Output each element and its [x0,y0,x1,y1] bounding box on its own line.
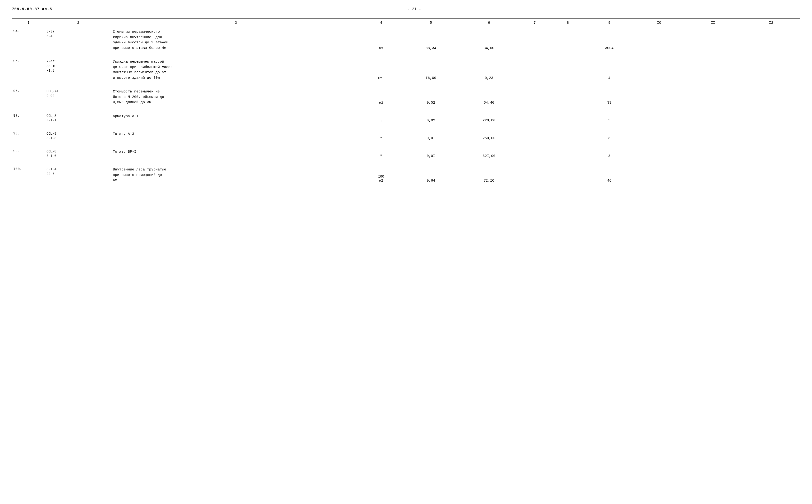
row-col8 [551,165,584,185]
row-col12 [742,147,800,160]
row-col10 [634,165,684,185]
col3-header: 3 [111,19,360,27]
row-unit: т [360,111,402,124]
row-col8 [551,57,584,82]
doc-number: 709-9-80.87 ал.5 [12,7,52,11]
row-unit: шт. [360,57,402,82]
row-description: То же, А-3 [111,129,360,142]
data-table: I 2 3 4 5 6 7 8 9 IO II I2 94. 8-37 5-4 … [12,18,800,185]
row-col7 [518,27,551,52]
col2-header: 2 [45,19,111,27]
row-col9: 5 [584,111,634,124]
table-row: 97. ССЦ-8 3-I-I Арматура А-I т 0,02 229,… [12,111,800,124]
row-col9: 3 [584,147,634,160]
row-col7 [518,57,551,82]
row-description: Укладка перемычек массой до 0,3т при наи… [111,57,360,82]
row-code: 8-I94 22-6 [45,165,111,185]
row-col10 [634,57,684,82]
row-col5: 0,0I [402,129,460,142]
row-col6: 32I,00 [460,147,518,160]
row-code: ССЦ-74 9-92 [45,87,111,107]
row-col6: 250,00 [460,129,518,142]
table-row: 98. ССЦ-8 3-I-3 То же, А-3 " 0,0I 250,00… [12,129,800,142]
row-code: ССЦ-8 3-I-6 [45,147,111,160]
row-col7 [518,147,551,160]
row-col10 [634,129,684,142]
row-col7 [518,111,551,124]
row-col5: 0,52 [402,87,460,107]
row-col11 [684,165,742,185]
table-row: 99. ССЦ-8 3-I-6 То же, BP-I " 0,0I 32I,0… [12,147,800,160]
col9-header: 9 [584,19,634,27]
row-code: 8-37 5-4 [45,27,111,52]
row-col11 [684,129,742,142]
row-number: 96. [12,87,45,107]
table-row: 94. 8-37 5-4 Стены из керамического кирп… [12,27,800,52]
row-col6: 34,00 [460,27,518,52]
row-unit: I00 м2 [360,165,402,185]
table-row: I00. 8-I94 22-6 Внутренние леса трубчаты… [12,165,800,185]
row-number: 98. [12,129,45,142]
row-col8 [551,27,584,52]
row-number: I00. [12,165,45,185]
col4-header: 4 [360,19,402,27]
row-col5: 0,0I [402,147,460,160]
row-description: Стены из керамического кирпича внутренни… [111,27,360,52]
row-col12 [742,57,800,82]
row-col10 [634,87,684,107]
col12-header: I2 [742,19,800,27]
col6-header: 6 [460,19,518,27]
row-col6: 64,40 [460,87,518,107]
row-description: Арматура А-I [111,111,360,124]
row-unit: м3 [360,87,402,107]
row-unit-line2: м2 [379,179,383,183]
col8-header: 8 [551,19,584,27]
row-col10 [634,147,684,160]
row-col11 [684,147,742,160]
col1-header: I [12,19,45,27]
row-col10 [634,27,684,52]
row-col12 [742,129,800,142]
row-col11 [684,27,742,52]
main-table-container: I 2 3 4 5 6 7 8 9 IO II I2 94. 8-37 5-4 … [12,18,800,185]
page-number: - 2I - [52,7,753,11]
col5-header: 5 [402,19,460,27]
table-row: 96. ССЦ-74 9-92 Стоимость перемычек из б… [12,87,800,107]
row-col7 [518,165,551,185]
row-col6: 7I,IO [460,165,518,185]
row-unit: м3 [360,27,402,52]
row-col9: 3004 [584,27,634,52]
row-number: 97. [12,111,45,124]
row-col10 [634,111,684,124]
row-code: 7-445 38-IO- -I,8 [45,57,111,82]
row-col6: 0,23 [460,57,518,82]
row-col8 [551,87,584,107]
row-col9: 46 [584,165,634,185]
row-col8 [551,111,584,124]
row-col8 [551,147,584,160]
row-col9: 4 [584,57,634,82]
table-row: 95. 7-445 38-IO- -I,8 Укладка перемычек … [12,57,800,82]
row-col8 [551,129,584,142]
row-col5: 0,02 [402,111,460,124]
row-number: 99. [12,147,45,160]
row-col9: 3 [584,129,634,142]
row-code: ССЦ-8 3-I-I [45,111,111,124]
col10-header: IO [634,19,684,27]
row-description: Стоимость перемычек из бетона М-200, объ… [111,87,360,107]
row-col11 [684,111,742,124]
row-number: 94. [12,27,45,52]
row-col12 [742,27,800,52]
row-unit: " [360,147,402,160]
row-col5: 0,64 [402,165,460,185]
row-number: 95. [12,57,45,82]
row-col7 [518,129,551,142]
row-col9: 33 [584,87,634,107]
row-col11 [684,57,742,82]
row-description: То же, BP-I [111,147,360,160]
row-description: Внутренние леса трубчатые при высоте пом… [111,165,360,185]
row-col5: 88,34 [402,27,460,52]
row-code: ССЦ-8 3-I-3 [45,129,111,142]
row-col12 [742,111,800,124]
row-col5: I6,00 [402,57,460,82]
